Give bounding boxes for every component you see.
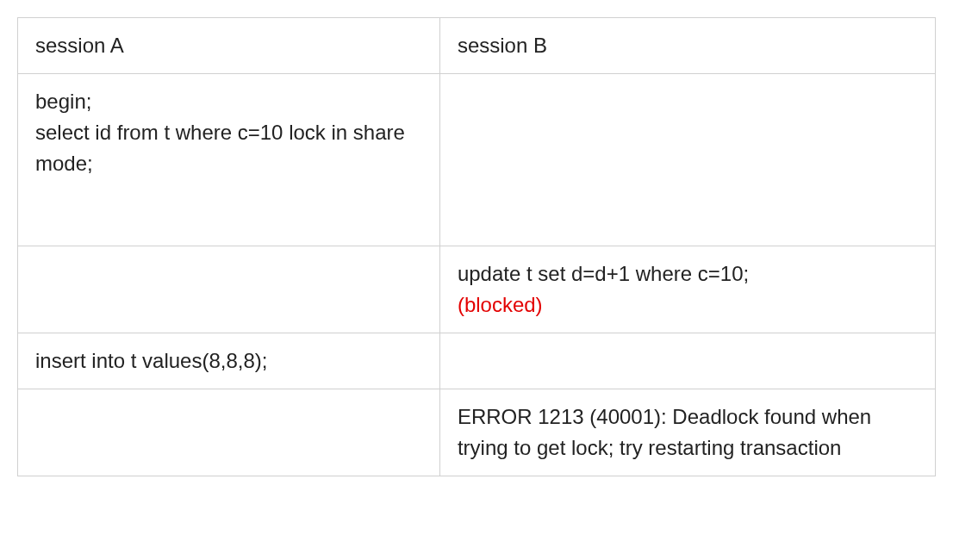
cell-session-b (439, 74, 935, 246)
table-row: begin; select id from t where c=10 lock … (18, 74, 936, 246)
table-row: ERROR 1213 (40001): Deadlock found when … (18, 389, 936, 476)
cell-session-a (18, 246, 440, 333)
sql-statement: select id from t where c=10 lock in shar… (35, 117, 422, 179)
header-session-b: session B (439, 18, 935, 74)
sql-statement: insert into t values(8,8,8); (35, 345, 422, 376)
error-message: ERROR 1213 (40001): Deadlock found when … (458, 401, 918, 464)
table-header-row: session A session B (18, 18, 936, 74)
cell-session-b: ERROR 1213 (40001): Deadlock found when … (439, 389, 935, 476)
cell-session-b (439, 333, 935, 389)
sql-statement: update t set d=d+1 where c=10; (458, 258, 918, 289)
table-row: insert into t values(8,8,8); (18, 333, 936, 389)
status-blocked: (blocked) (458, 289, 918, 320)
cell-session-a: begin; select id from t where c=10 lock … (18, 74, 440, 246)
sql-session-table: session A session B begin; select id fro… (17, 17, 936, 476)
cell-session-a (18, 389, 440, 476)
cell-session-b: update t set d=d+1 where c=10; (blocked) (439, 246, 935, 333)
cell-session-a: insert into t values(8,8,8); (18, 333, 440, 389)
header-session-a: session A (18, 18, 440, 74)
table-row: update t set d=d+1 where c=10; (blocked) (18, 246, 936, 333)
sql-statement: begin; (35, 86, 422, 117)
